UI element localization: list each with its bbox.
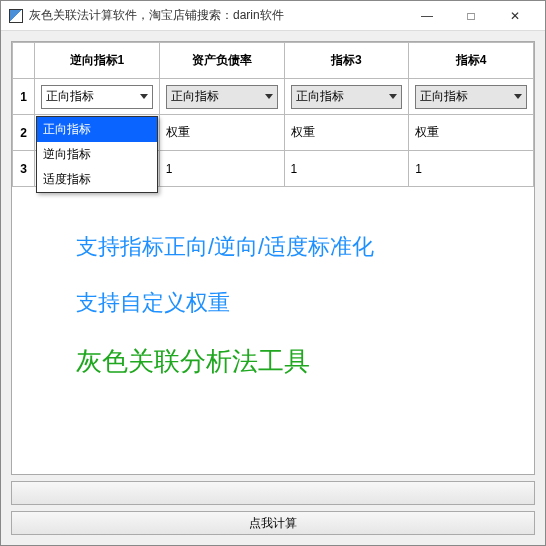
dropdown-option[interactable]: 逆向指标 bbox=[37, 142, 157, 167]
cell-1-1[interactable]: 正向指标 bbox=[35, 79, 160, 115]
combo-value: 正向指标 bbox=[420, 88, 468, 105]
indicator-type-combo[interactable]: 正向指标 bbox=[415, 85, 527, 109]
content-area: 逆向指标1 资产负债率 指标3 指标4 1 正向指标 bbox=[1, 31, 545, 545]
window-title: 灰色关联法计算软件，淘宝店铺搜索：darin软件 bbox=[29, 7, 405, 24]
chevron-down-icon bbox=[140, 94, 148, 99]
calculate-button[interactable]: 点我计算 bbox=[11, 511, 535, 535]
combo-value: 正向指标 bbox=[296, 88, 344, 105]
cell-1-2[interactable]: 正向指标 bbox=[159, 79, 284, 115]
indicator-type-combo[interactable]: 正向指标 bbox=[41, 85, 153, 109]
cell-3-4[interactable]: 1 bbox=[409, 151, 534, 187]
combo-value: 正向指标 bbox=[46, 88, 94, 105]
window-controls: — □ ✕ bbox=[405, 2, 537, 30]
col-header-3[interactable]: 指标3 bbox=[284, 43, 409, 79]
cell-3-3[interactable]: 1 bbox=[284, 151, 409, 187]
cell-2-3[interactable]: 权重 bbox=[284, 115, 409, 151]
cell-2-4[interactable]: 权重 bbox=[409, 115, 534, 151]
promo-text-block: 支持指标正向/逆向/适度标准化 支持自定义权重 灰色关联分析法工具 bbox=[76, 232, 374, 405]
cell-3-2[interactable]: 1 bbox=[159, 151, 284, 187]
col-header-4[interactable]: 指标4 bbox=[409, 43, 534, 79]
minimize-button[interactable]: — bbox=[405, 2, 449, 30]
app-icon bbox=[9, 9, 23, 23]
row-header-3[interactable]: 3 bbox=[13, 151, 35, 187]
promo-line-1: 支持指标正向/逆向/适度标准化 bbox=[76, 232, 374, 262]
cell-1-4[interactable]: 正向指标 bbox=[409, 79, 534, 115]
app-window: 灰色关联法计算软件，淘宝店铺搜索：darin软件 — □ ✕ 逆向指标1 资产负… bbox=[0, 0, 546, 546]
titlebar[interactable]: 灰色关联法计算软件，淘宝店铺搜索：darin软件 — □ ✕ bbox=[1, 1, 545, 31]
cell-2-2[interactable]: 权重 bbox=[159, 115, 284, 151]
col-header-1[interactable]: 逆向指标1 bbox=[35, 43, 160, 79]
dropdown-option[interactable]: 正向指标 bbox=[37, 117, 157, 142]
maximize-button[interactable]: □ bbox=[449, 2, 493, 30]
col-header-2[interactable]: 资产负债率 bbox=[159, 43, 284, 79]
data-grid: 逆向指标1 资产负债率 指标3 指标4 1 正向指标 bbox=[11, 41, 535, 475]
indicator-type-combo[interactable]: 正向指标 bbox=[166, 85, 278, 109]
row-header-1[interactable]: 1 bbox=[13, 79, 35, 115]
close-button[interactable]: ✕ bbox=[493, 2, 537, 30]
chevron-down-icon bbox=[265, 94, 273, 99]
promo-line-2: 支持自定义权重 bbox=[76, 288, 374, 318]
chevron-down-icon bbox=[514, 94, 522, 99]
promo-line-3: 灰色关联分析法工具 bbox=[76, 344, 374, 379]
chevron-down-icon bbox=[389, 94, 397, 99]
combo-dropdown[interactable]: 正向指标 逆向指标 适度指标 bbox=[36, 116, 158, 193]
indicator-type-combo[interactable]: 正向指标 bbox=[291, 85, 403, 109]
dropdown-option[interactable]: 适度指标 bbox=[37, 167, 157, 192]
combo-value: 正向指标 bbox=[171, 88, 219, 105]
row-header-2[interactable]: 2 bbox=[13, 115, 35, 151]
cell-1-3[interactable]: 正向指标 bbox=[284, 79, 409, 115]
corner-cell bbox=[13, 43, 35, 79]
blank-button[interactable] bbox=[11, 481, 535, 505]
